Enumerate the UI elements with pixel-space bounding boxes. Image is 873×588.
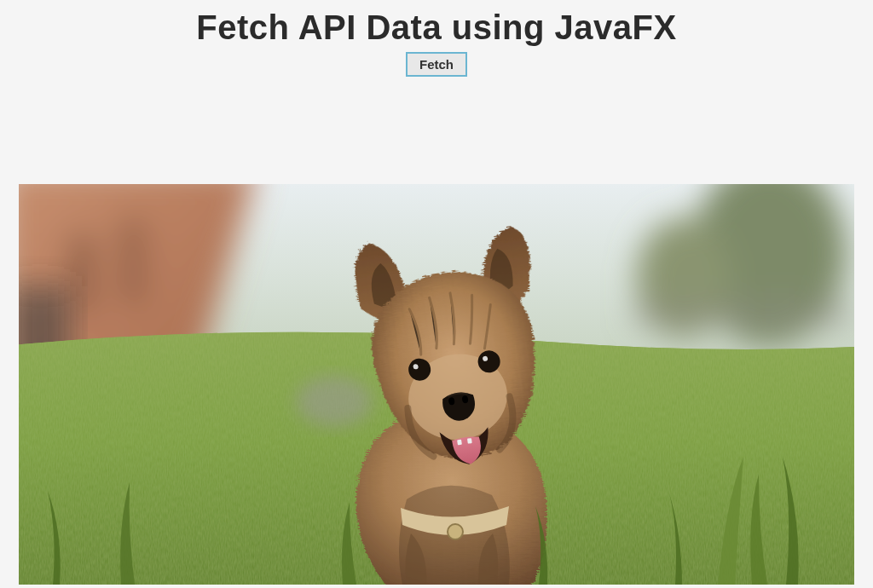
svg-rect-3: [121, 218, 143, 303]
svg-rect-22: [457, 440, 462, 446]
svg-rect-2: [70, 235, 94, 312]
svg-rect-7: [650, 286, 655, 329]
page-title: Fetch API Data using JavaFX: [196, 9, 676, 47]
svg-rect-10: [778, 286, 783, 329]
svg-rect-8: [692, 286, 697, 329]
svg-rect-11: [820, 286, 825, 329]
fetch-button[interactable]: Fetch: [406, 52, 467, 77]
svg-rect-23: [467, 438, 472, 444]
main-container: Fetch API Data using JavaFX Fetch: [0, 0, 873, 585]
result-image: [19, 184, 854, 585]
svg-point-13: [296, 376, 373, 427]
svg-point-14: [448, 524, 463, 539]
svg-rect-9: [735, 286, 740, 329]
